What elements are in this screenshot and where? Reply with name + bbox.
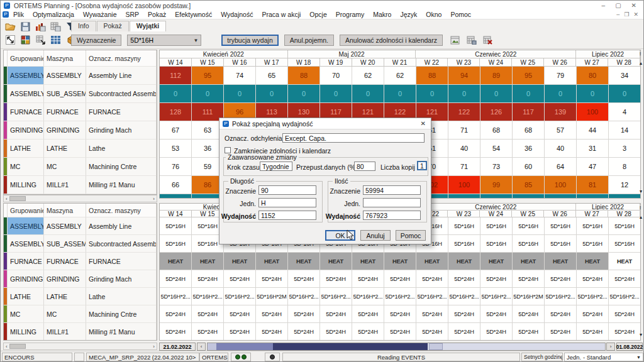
calendar-cell[interactable]: 5D*16H — [513, 235, 545, 253]
capacity-cell[interactable]: 65 — [256, 67, 288, 85]
week-header[interactable]: W 25 — [512, 58, 544, 67]
dlugosc-wydajnosc-field[interactable] — [258, 211, 316, 220]
machine-cell[interactable]: LATHE — [44, 140, 86, 158]
tab-pokaż[interactable]: Pokaż — [97, 21, 129, 31]
month-header[interactable]: Czerwiec 2022 — [416, 50, 576, 58]
capacity-cell[interactable]: 4 — [609, 103, 641, 121]
machine-label-cell[interactable]: Subcontracted Assembly — [86, 85, 157, 103]
calendar-cell[interactable]: 5D*16H — [448, 217, 480, 235]
week-header[interactable]: W 23 — [448, 58, 480, 67]
capacity-cell[interactable]: 14 — [609, 121, 641, 140]
mdi-minimize-button[interactable]: – — [616, 11, 619, 18]
machine-cell[interactable]: GRINDING — [44, 121, 86, 140]
menu-item-pomoc[interactable]: Pomoc — [446, 11, 475, 18]
calendar-save-icon[interactable] — [466, 35, 478, 46]
capacity-cell[interactable]: 100 — [577, 103, 609, 121]
group-cell[interactable]: ASSEMBLY — [8, 85, 44, 103]
dlugosc-znaczenie-field[interactable] — [258, 185, 316, 195]
capacity-cell[interactable]: 54 — [480, 140, 513, 158]
calendar-cell[interactable]: 5D*24H — [448, 323, 480, 341]
group-cell[interactable]: MC — [8, 158, 44, 176]
week-header[interactable]: W 14 — [160, 211, 192, 217]
menu-item-praca-w-akcji[interactable]: Praca w akcji — [257, 11, 305, 18]
machine-cell[interactable]: MC — [44, 305, 86, 323]
capacity-cell[interactable]: 0 — [352, 85, 384, 103]
group-cell[interactable]: MILLING — [8, 323, 44, 341]
menu-item-wydajno-[interactable]: Wydajność — [216, 11, 257, 18]
machine-cell[interactable]: LATHE — [44, 288, 86, 305]
capacity-cell[interactable]: 53 — [160, 140, 192, 158]
capacity-cell[interactable]: 0 — [577, 85, 609, 103]
capacity-cell[interactable]: 62 — [384, 67, 416, 85]
wyznaczenie-button[interactable]: Wyznaczenie — [71, 35, 121, 46]
calendar-cell[interactable]: 5D*24H — [288, 270, 320, 288]
calendar-cell[interactable]: 5D*16H*2... — [224, 288, 256, 305]
calendar-cell[interactable]: 5D*16H*2... — [545, 288, 577, 305]
machine-cell[interactable]: MC — [44, 158, 86, 176]
calendar-cell[interactable]: 5D*16H — [480, 217, 513, 235]
menu-item-okno[interactable]: Okno — [421, 11, 446, 18]
calendar-cell[interactable]: 5D*24H — [448, 270, 480, 288]
capacity-cell[interactable]: 31 — [577, 140, 609, 158]
menu-item-optymalizacja[interactable]: Optymalizacja — [28, 11, 79, 18]
open-folder-icon[interactable] — [4, 21, 16, 32]
timeline-left-button[interactable]: ‹ — [197, 343, 206, 351]
capacity-cell[interactable]: 0 — [256, 85, 288, 103]
week-header[interactable]: W 16 — [224, 58, 256, 67]
capacity-cell[interactable] — [448, 194, 480, 199]
machine-cell[interactable]: SUB_ASSEMB — [44, 235, 86, 253]
column-header[interactable]: Maszyna — [44, 50, 86, 67]
machine-label-cell[interactable]: Lathe — [86, 140, 157, 158]
calendar-cell[interactable]: 5D*24H — [513, 270, 545, 288]
capacity-cell[interactable] — [513, 194, 545, 199]
week-header[interactable]: W 28 — [608, 58, 640, 67]
calendar-cell[interactable]: 5D*16H — [609, 235, 641, 253]
grid-export-icon[interactable] — [35, 34, 47, 45]
calendar-cell[interactable]: 5D*24H — [320, 270, 352, 288]
calendar-cell[interactable]: 5D*24H — [320, 323, 352, 341]
vscroll-bottom-updown-icon[interactable]: ↕ — [639, 206, 641, 211]
calendar-cell[interactable]: 5D*16H — [480, 235, 513, 253]
calendar-cell[interactable]: 5D*16H*2M — [513, 288, 545, 305]
group-cell[interactable]: MC — [8, 305, 44, 323]
calendar-cell[interactable]: 5D*24H — [192, 270, 224, 288]
maximize-button[interactable]: ▢ — [615, 2, 621, 9]
calendar-cell[interactable]: HEAT — [448, 253, 480, 270]
capacity-cell[interactable]: 44 — [577, 121, 609, 140]
chart-calculator-icon[interactable] — [35, 21, 47, 32]
week-header[interactable]: W 24 — [480, 58, 512, 67]
vscroll-top-up-icon[interactable]: ▴ — [640, 61, 642, 66]
diagonal-arrow-icon[interactable] — [4, 34, 16, 45]
calendar-cell[interactable]: 5D*16H — [160, 235, 192, 253]
calendar-image-icon[interactable] — [450, 35, 462, 46]
calendar-cell[interactable]: 5D*24H — [192, 323, 224, 341]
timeline-start-date[interactable]: 21.02.2022 — [159, 343, 196, 351]
vscroll-top-down-icon[interactable]: ▾ — [640, 189, 642, 194]
machine-label-cell[interactable]: Lathe — [86, 288, 157, 305]
dystrybucja-button[interactable]: trybucja wydajn — [221, 35, 278, 46]
group-cell[interactable]: FURNACE — [8, 103, 44, 121]
week-header[interactable]: W 19 — [320, 58, 352, 67]
machine-cell[interactable]: ASSEMBLY — [44, 217, 86, 235]
vscroll-bottom-down-icon[interactable]: ▾ — [640, 332, 642, 337]
capacity-cell[interactable]: 12 — [609, 176, 641, 194]
calendar-cell[interactable]: 5D*24H — [480, 323, 513, 341]
calendar-cell[interactable]: 5D*24H — [545, 270, 577, 288]
calendar-cell[interactable]: 5D*24H — [545, 305, 577, 323]
scroll-left-icon[interactable]: ‹ — [4, 344, 9, 349]
calendar-cell[interactable]: HEAT — [160, 253, 192, 270]
calendar-cell[interactable]: 5D*24H — [160, 305, 192, 323]
capacity-cell[interactable]: 117 — [513, 103, 545, 121]
calendar-cell[interactable]: HEAT — [480, 253, 513, 270]
calendar-cell[interactable]: 5D*16H*2... — [448, 288, 480, 305]
capacity-cell[interactable]: 95 — [192, 67, 224, 85]
capacity-cell[interactable]: 3 — [609, 140, 641, 158]
machine-label-cell[interactable]: Milling #1 Manu — [86, 176, 157, 194]
calendar-cell[interactable]: 5D*24H — [256, 323, 288, 341]
calendar-cell[interactable]: 5D*24H — [448, 305, 480, 323]
capacity-cell[interactable]: 40 — [545, 140, 577, 158]
calendar-cell[interactable]: 5D*16H*2... — [577, 288, 609, 305]
calendar-cell[interactable]: 5D*16H*2... — [160, 288, 192, 305]
group-cell[interactable]: LATHE — [8, 288, 44, 305]
capacity-cell[interactable] — [160, 194, 192, 199]
